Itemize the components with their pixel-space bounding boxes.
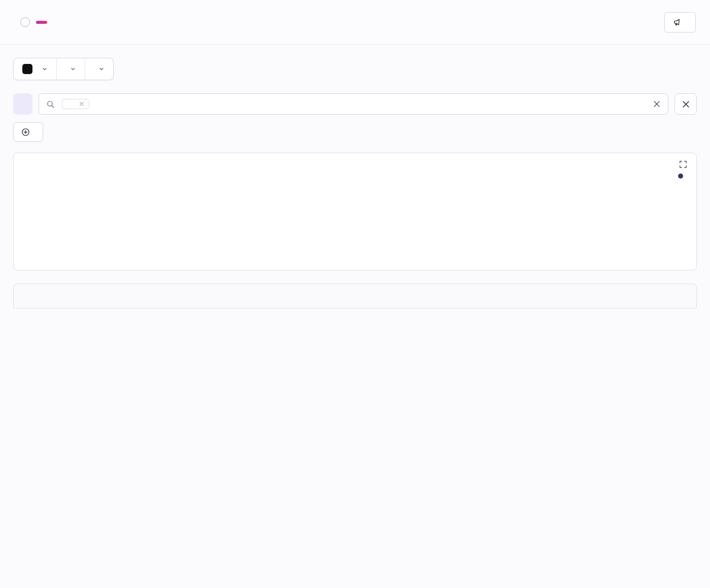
traces-table <box>13 284 697 308</box>
add-another-span-button[interactable] <box>13 122 43 142</box>
spans-line-chart[interactable] <box>22 165 689 268</box>
date-range-filter[interactable] <box>85 58 113 80</box>
table-header-row <box>14 284 696 308</box>
app-header <box>0 0 710 45</box>
plus-circle-icon <box>21 128 30 136</box>
project-filter[interactable] <box>14 58 56 80</box>
chevron-down-icon <box>98 66 104 72</box>
help-icon[interactable] <box>20 17 30 27</box>
page-filter-bar <box>13 58 114 80</box>
give-feedback-button[interactable] <box>664 12 696 32</box>
close-icon <box>682 100 690 109</box>
search-filter-token[interactable] <box>62 99 89 109</box>
clear-search-icon[interactable] <box>653 100 661 108</box>
span-search-input[interactable] <box>39 93 668 115</box>
remove-span-query-button[interactable] <box>674 93 697 115</box>
all-matching-spans-panel <box>13 153 697 270</box>
chevron-down-icon <box>70 66 76 72</box>
chevron-down-icon <box>42 66 48 72</box>
chart-legend[interactable] <box>678 174 687 179</box>
legend-dot <box>678 174 683 179</box>
fullscreen-icon[interactable] <box>679 160 687 168</box>
megaphone-icon <box>673 18 682 27</box>
beta-badge <box>36 21 47 24</box>
environment-filter[interactable] <box>56 58 85 80</box>
search-icon <box>46 100 55 109</box>
remove-token-icon[interactable] <box>79 101 84 107</box>
nextjs-project-icon <box>22 64 32 74</box>
find-traces-label <box>13 93 32 115</box>
